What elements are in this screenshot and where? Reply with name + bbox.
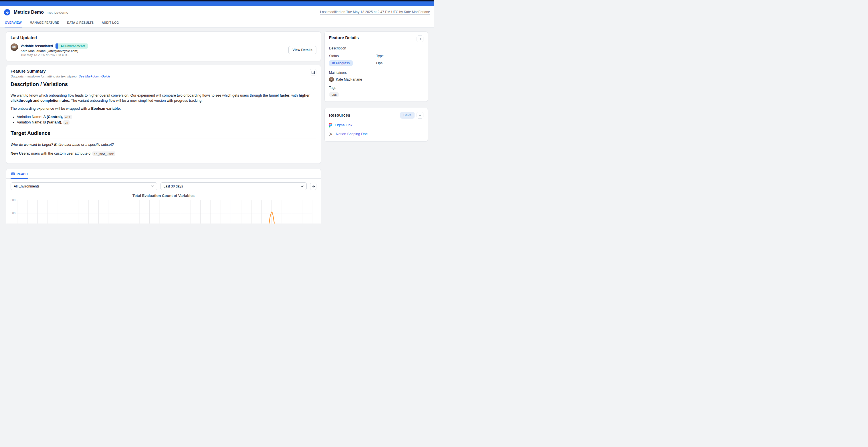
chart-board-icon bbox=[11, 172, 15, 176]
page-title: Metrics Demo bbox=[14, 10, 44, 15]
right-arrow-icon bbox=[418, 37, 422, 41]
markdown-hint: Supports markdown formatting for text st… bbox=[10, 75, 110, 78]
add-resource-button[interactable]: + bbox=[416, 112, 424, 118]
description-paragraph-1: We want to know which onboarding flow le… bbox=[10, 93, 316, 103]
figma-link[interactable]: Figma Link bbox=[335, 123, 352, 127]
feature-summary-card: Feature Summary Supports markdown format… bbox=[6, 65, 321, 164]
apply-filters-button[interactable] bbox=[310, 183, 316, 190]
chevron-down-icon bbox=[301, 185, 304, 187]
variation-item-variant: Variation Name: B (Variant), on bbox=[17, 120, 316, 125]
tag-ops: ops bbox=[329, 92, 339, 97]
feature-key: metrics-demo bbox=[46, 10, 68, 14]
status-badge[interactable]: In Progress bbox=[329, 60, 353, 66]
maintainer-avatar: K bbox=[329, 77, 334, 82]
maintainers-label: Maintainers bbox=[329, 71, 424, 75]
brand-accent-bar bbox=[0, 1, 434, 6]
view-details-button[interactable]: View Details bbox=[288, 46, 316, 54]
environment-filter-select[interactable]: All Environments bbox=[10, 182, 157, 190]
tab-manage-feature[interactable]: MANAGE FEATURE bbox=[29, 19, 60, 28]
y-axis-tick: 600 bbox=[7, 199, 16, 202]
tab-overview[interactable]: OVERVIEW bbox=[5, 19, 22, 28]
markdown-guide-link[interactable]: See Markdown Guide bbox=[79, 75, 110, 78]
tab-reach[interactable]: REACH bbox=[10, 169, 28, 179]
edit-summary-button[interactable] bbox=[310, 69, 316, 75]
section-heading-description-variations: Description / Variations bbox=[10, 81, 316, 90]
feature-details-title: Feature Details bbox=[329, 35, 359, 40]
notion-link[interactable]: Notion Scoping Doc bbox=[336, 132, 367, 136]
type-value: Ops bbox=[376, 61, 424, 65]
resources-title: Resources bbox=[329, 113, 350, 117]
section-heading-target-audience: Target Audience bbox=[10, 130, 316, 139]
line-chart bbox=[17, 200, 312, 224]
description-paragraph-2: The onboarding experience will be wrappe… bbox=[10, 106, 316, 111]
edit-pencil-icon bbox=[311, 70, 315, 74]
resource-row-figma: Figma Link bbox=[329, 123, 424, 128]
notion-icon: N bbox=[329, 132, 333, 136]
environment-badge: All Environments bbox=[56, 43, 88, 48]
main-tab-bar: OVERVIEW MANAGE FEATURE DATA & RESULTS A… bbox=[0, 19, 434, 28]
variation-item-control: Variation Name: A (Control), off bbox=[17, 114, 316, 120]
y-axis-tick: 500 bbox=[7, 212, 16, 215]
figma-icon bbox=[329, 123, 332, 128]
last-updated-title: Last Updated bbox=[10, 35, 316, 40]
back-button[interactable] bbox=[4, 9, 10, 15]
resources-card: Resources Save + Figma Link N Notion Sco… bbox=[324, 108, 428, 141]
last-updated-card: Last Updated KM Variable Associated All … bbox=[6, 31, 321, 61]
last-modified-text: Last modified on Tue May 13 2025 at 2:47… bbox=[320, 10, 430, 14]
description-label: Description bbox=[329, 46, 424, 50]
maintainer-name: Kate MacFarlane bbox=[336, 77, 362, 81]
page-header: Metrics Demo metrics-demo Last modified … bbox=[0, 6, 434, 28]
reach-card: REACH All Environments Last 30 days bbox=[6, 169, 321, 224]
status-label: Status bbox=[329, 54, 376, 58]
audience-detail: New Users: users with the custom user at… bbox=[10, 151, 316, 156]
tab-data-results[interactable]: DATA & RESULTS bbox=[67, 19, 94, 28]
audit-event-label: Variable Associated bbox=[21, 44, 53, 48]
save-resources-button[interactable]: Save bbox=[400, 112, 414, 118]
tab-audit-log[interactable]: AUDIT LOG bbox=[101, 19, 119, 28]
feature-summary-title: Feature Summary bbox=[10, 69, 110, 73]
resource-row-notion: N Notion Scoping Doc bbox=[329, 132, 424, 136]
chart-title: Total Evaluation Count of Variables bbox=[6, 194, 321, 198]
date-range-select[interactable]: Last 30 days bbox=[160, 182, 307, 190]
open-feature-details-button[interactable] bbox=[416, 35, 424, 42]
audience-question: Who do we want to target? Entire user ba… bbox=[10, 142, 316, 147]
left-arrow-icon bbox=[5, 10, 9, 14]
tags-label: Tags bbox=[329, 86, 424, 90]
reach-tab-bar: REACH bbox=[6, 169, 321, 179]
chevron-down-icon bbox=[151, 185, 154, 187]
evaluation-chart: 600500400 bbox=[17, 200, 313, 224]
avatar: KM bbox=[10, 43, 18, 51]
type-label: Type bbox=[376, 54, 424, 58]
environment-color-strip bbox=[56, 43, 58, 48]
maintainer-row: K Kate MacFarlane bbox=[329, 77, 424, 82]
audit-timestamp: Tue May 13 2025 at 2:47 PM UTC bbox=[21, 53, 88, 57]
audit-user: Kate MacFarlane (kate@devcycle.com) bbox=[21, 49, 88, 53]
feature-details-card: Feature Details Description Status In Pr… bbox=[324, 31, 428, 102]
right-arrow-icon bbox=[312, 185, 315, 188]
variation-list: Variation Name: A (Control), off Variati… bbox=[17, 114, 316, 125]
